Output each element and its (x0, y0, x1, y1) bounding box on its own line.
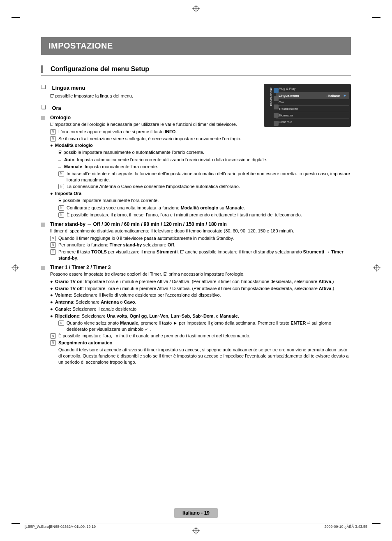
item-title: Timer stand-by → Off / 30 min / 60 min /… (50, 221, 227, 227)
item-title: Orologio (50, 115, 71, 121)
note-line: L'ora corrente appare ogni volta che si … (50, 129, 351, 135)
note-icon (58, 205, 64, 211)
osd-row: Generale (276, 119, 349, 125)
note-icon (58, 320, 64, 326)
dash-line: – Auto: Imposta automaticamente l'orario… (58, 157, 351, 163)
square-icon (41, 266, 45, 270)
crop-mark (372, 523, 380, 532)
crop-mark (12, 523, 20, 532)
note-line: La connessione Antenna o Cavo deve conse… (58, 183, 351, 190)
body-text: Quando il televisore si accende attraver… (58, 347, 351, 365)
note-line: Se il cavo di alimentazione viene scolle… (50, 136, 264, 142)
section-header-text: Configurazione del menu Setup (51, 65, 149, 73)
note-line: Quando il timer raggiunge lo 0 il televi… (50, 235, 351, 241)
page-number: Italiano - 19 (174, 508, 218, 518)
bullet-line: ● Volume: Selezionare il livello di volu… (50, 292, 351, 298)
note-line: Per annullare la funzione Timer stand-by… (50, 242, 351, 248)
osd-row: Plug & Play (276, 86, 349, 92)
item-timer: Timer 1 / Timer 2 / Timer 3 (41, 265, 351, 270)
footer-meta: [LB5P_W.Euro]BN68-02362A-01L09.i19 19 20… (25, 523, 367, 529)
osd-icon (274, 113, 279, 118)
note-line: Configurare questa voce una volta impost… (58, 205, 351, 211)
note-line: Quando viene selezionato Manuale, premer… (58, 320, 351, 332)
osd-icon (274, 96, 279, 101)
osd-icon (274, 88, 279, 93)
osd-row: Sicurezza (276, 112, 349, 119)
body-text: È possibile impostare manualmente l'ora … (58, 197, 351, 204)
note-icon (50, 340, 56, 346)
tool-line: Premere il tasto TOOLS per visualizzare … (50, 249, 351, 261)
osd-icon (274, 121, 279, 126)
osd-row: Trasmissione (276, 106, 349, 112)
page-title-bar: IMPOSTAZIONE (41, 37, 351, 55)
header-accent (41, 65, 43, 73)
bullet-line: ● Orario TV on: Impostare l'ora e i minu… (50, 279, 351, 285)
note-icon (58, 171, 64, 176)
registration-mark-icon (12, 264, 19, 273)
footer-left: [LB5P_W.Euro]BN68-02362A-01L09.i19 19 (25, 525, 96, 529)
note-line: È possibile impostare il giorno, il mese… (58, 212, 351, 218)
osd-row-highlighted: Lingua menu : Italiano► (276, 92, 349, 99)
box-icon: ❏ (41, 84, 50, 90)
square-icon (41, 223, 45, 227)
square-icon (41, 116, 45, 120)
note-line: Spegnimento automatico (50, 340, 351, 346)
note-line: È possibile impostare l'ora, i minuti e … (50, 333, 351, 339)
osd-icon (274, 104, 279, 109)
subsection-title: Lingua menu (52, 85, 85, 91)
bullet-line: ● Modalità orologio (50, 142, 351, 149)
bullet-line: ● Orario TV off: Impostare l'ora e i min… (50, 286, 351, 292)
enter-icon: ⏎ (306, 321, 311, 325)
note-icon (50, 236, 56, 241)
bullet-line: ● Antenna: Selezionare Antenna o Cavo. (50, 299, 351, 305)
crop-mark (372, 9, 380, 18)
section-header: Configurazione del menu Setup (41, 65, 351, 76)
footer-right: 2009-09-10 ¿ÀÈÄ 3:43:55 (324, 525, 367, 529)
registration-mark-icon (192, 5, 200, 14)
body-text: Possono essere impostate tre diverse opz… (50, 271, 351, 277)
note-icon (58, 184, 64, 189)
registration-mark-icon (373, 264, 380, 273)
note-icon (50, 136, 56, 142)
bullet-line: ● Ripetizione: Selezionare Una volta, Og… (50, 313, 351, 319)
osd-side-label: Impostazione (270, 87, 272, 106)
note-icon (58, 212, 64, 218)
osd-row: Ora (276, 99, 349, 106)
tools-icon (50, 249, 56, 255)
item-title: Timer 1 / Timer 2 / Timer 3 (50, 265, 111, 270)
bullet-line: ● Canale: Selezionare il canale desidera… (50, 306, 351, 312)
subsection-title: Ora (52, 105, 61, 111)
note-icon (50, 242, 56, 248)
dash-line: – Manuale: Imposta manualmente l'ora cor… (58, 164, 351, 170)
note-line: In base all'emittente e al segnale, la f… (58, 171, 351, 183)
bullet-line: ● Imposta Ora (50, 190, 351, 197)
item-standby: Timer stand-by → Off / 30 min / 60 min /… (41, 221, 351, 227)
body-text: E' possibile impostare manualmente o aut… (58, 149, 351, 156)
crop-mark (12, 9, 20, 18)
osd-preview: Impostazione Plug & Play Lingua menu : I… (264, 84, 351, 127)
note-icon (50, 129, 56, 135)
box-icon: ❏ (41, 104, 50, 110)
arrow-right-icon: ► (343, 93, 347, 98)
body-text: Il timer di spegnimento disattiva automa… (50, 228, 351, 234)
note-icon (50, 333, 56, 339)
